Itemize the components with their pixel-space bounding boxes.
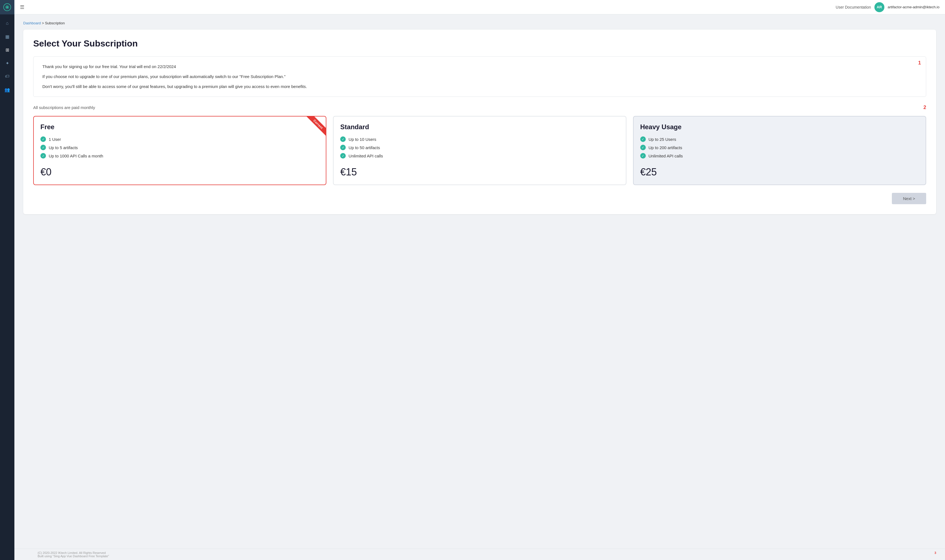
footer-actions: Next > bbox=[33, 193, 926, 204]
breadcrumb-separator: > bbox=[42, 21, 45, 25]
subscription-header: All subscriptions are paid monthly 2 bbox=[33, 105, 926, 111]
sidebar-grid-icon[interactable]: ▦ bbox=[1, 31, 13, 43]
check-icon: ✓ bbox=[340, 145, 346, 150]
main-container: ☰ User Documentation AR artifactor-acme-… bbox=[14, 0, 945, 560]
plan-card-standard[interactable]: Standard ✓ Up to 10 Users ✓ Up to 50 art… bbox=[333, 116, 626, 185]
footer-section-number: 3 bbox=[934, 551, 936, 554]
main-card: Select Your Subscription 1 Thank you for… bbox=[23, 29, 936, 214]
content-area: Dashboard > Subscription Select Your Sub… bbox=[14, 14, 945, 549]
svg-point-2 bbox=[6, 6, 8, 8]
plan-price-heavy: €25 bbox=[640, 166, 919, 178]
plan-card-heavy[interactable]: Heavy Usage ✓ Up to 25 Users ✓ Up to 200… bbox=[633, 116, 926, 185]
sidebar-users-icon[interactable]: 👥 bbox=[1, 83, 13, 96]
check-icon: ✓ bbox=[40, 145, 46, 150]
feature-standard-3: ✓ Unlimited API calls bbox=[340, 153, 619, 158]
check-icon: ✓ bbox=[40, 153, 46, 158]
feature-heavy-3: ✓ Unlimited API calls bbox=[640, 153, 919, 158]
info-line-3: Don't worry, you'll still be able to acc… bbox=[42, 83, 917, 90]
plan-name-standard: Standard bbox=[340, 123, 619, 131]
topbar: ☰ User Documentation AR artifactor-acme-… bbox=[14, 0, 945, 14]
user-documentation-link[interactable]: User Documentation bbox=[836, 5, 871, 9]
info-line-1: Thank you for signing up for our free tr… bbox=[42, 63, 917, 70]
plan-features-free: ✓ 1 User ✓ Up to 5 artifacts ✓ Up to 100… bbox=[40, 136, 319, 158]
sidebar-table-icon[interactable]: ⊞ bbox=[1, 44, 13, 56]
feature-standard-1: ✓ Up to 10 Users bbox=[340, 136, 619, 142]
check-icon: ✓ bbox=[340, 136, 346, 142]
sidebar: ⌂ ▦ ⊞ ✦ 🏷 👥 bbox=[0, 0, 14, 560]
plan-price-standard: €15 bbox=[340, 166, 619, 178]
check-icon: ✓ bbox=[640, 136, 646, 142]
breadcrumb-current: Subscription bbox=[45, 21, 65, 25]
info-box-number: 1 bbox=[918, 60, 921, 66]
plan-price-free: €0 bbox=[40, 166, 319, 178]
avatar: AR bbox=[874, 2, 884, 12]
page-title: Select Your Subscription bbox=[33, 38, 926, 49]
info-line-2: If you choose not to upgrade to one of o… bbox=[42, 73, 917, 80]
feature-heavy-1: ✓ Up to 25 Users bbox=[640, 136, 919, 142]
next-button[interactable]: Next > bbox=[892, 193, 926, 204]
plans-grid: Current Free ✓ 1 User ✓ Up to 5 artifact… bbox=[33, 116, 926, 185]
breadcrumb-home-link[interactable]: Dashboard bbox=[23, 21, 41, 25]
plan-name-heavy: Heavy Usage bbox=[640, 123, 919, 131]
plan-features-standard: ✓ Up to 10 Users ✓ Up to 50 artifacts ✓ … bbox=[340, 136, 619, 158]
footer-copyright: (C) 2020-2022 IKtech Limited. All Rights… bbox=[38, 551, 106, 554]
check-icon: ✓ bbox=[340, 153, 346, 158]
check-icon: ✓ bbox=[640, 145, 646, 150]
sidebar-home-icon[interactable]: ⌂ bbox=[1, 17, 13, 29]
feature-standard-2: ✓ Up to 50 artifacts bbox=[340, 145, 619, 150]
sidebar-tag-icon[interactable]: 🏷 bbox=[1, 70, 13, 82]
username: artifactor-acme-admin@iktech.io bbox=[888, 5, 939, 9]
menu-toggle[interactable]: ☰ bbox=[20, 4, 25, 10]
info-box: 1 Thank you for signing up for our free … bbox=[33, 57, 926, 97]
breadcrumb: Dashboard > Subscription bbox=[23, 21, 936, 25]
feature-free-1: ✓ 1 User bbox=[40, 136, 319, 142]
section-number-2: 2 bbox=[923, 105, 926, 111]
footer-built-with: Built using "Sing App Vue Dashboard Free… bbox=[38, 554, 109, 558]
sidebar-settings-icon[interactable]: ✦ bbox=[1, 57, 13, 69]
plan-card-free[interactable]: Current Free ✓ 1 User ✓ Up to 5 artifact… bbox=[33, 116, 326, 185]
feature-heavy-2: ✓ Up to 200 artifacts bbox=[640, 145, 919, 150]
check-icon: ✓ bbox=[640, 153, 646, 158]
monthly-text: All subscriptions are paid monthly bbox=[33, 105, 95, 110]
plan-name-free: Free bbox=[40, 123, 319, 131]
plan-features-heavy: ✓ Up to 25 Users ✓ Up to 200 artifacts ✓… bbox=[640, 136, 919, 158]
bottom-footer: (C) 2020-2022 IKtech Limited. All Rights… bbox=[14, 549, 945, 560]
feature-free-3: ✓ Up to 1000 API Calls a month bbox=[40, 153, 319, 158]
check-icon: ✓ bbox=[40, 136, 46, 142]
app-logo[interactable] bbox=[0, 0, 14, 14]
feature-free-2: ✓ Up to 5 artifacts bbox=[40, 145, 319, 150]
